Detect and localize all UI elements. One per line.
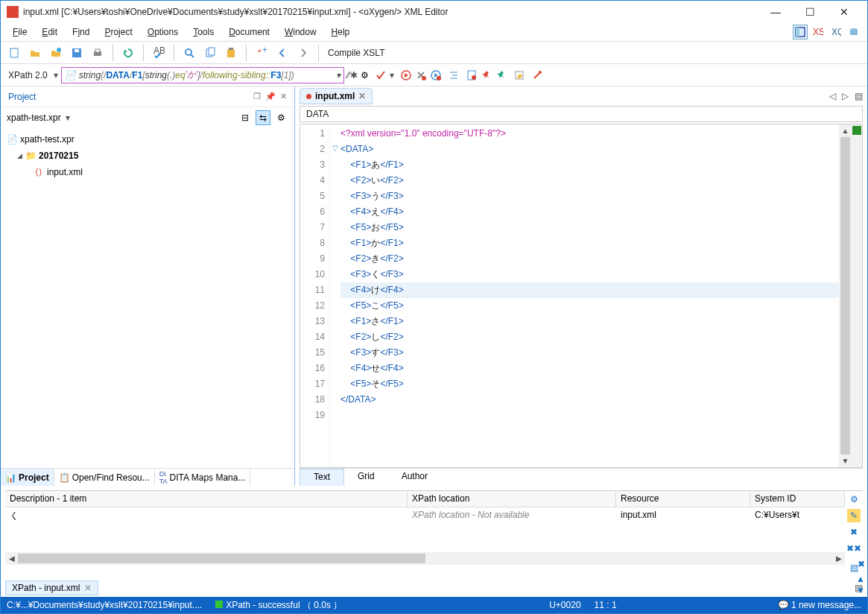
results-tab[interactable]: XPath - input.xml ✕ <box>5 580 98 595</box>
gen-doc-icon[interactable] <box>466 69 478 81</box>
indent-icon[interactable] <box>448 69 460 81</box>
tab-project[interactable]: 📊Project <box>1 469 54 486</box>
refresh-icon[interactable] <box>119 44 137 62</box>
restore-icon[interactable]: ❐ <box>253 92 261 101</box>
close-panel-icon[interactable]: ✕ <box>280 92 287 101</box>
forward-icon[interactable] <box>294 44 312 62</box>
menu-tools[interactable]: Tools <box>187 25 220 39</box>
app-icon <box>7 6 19 18</box>
print-icon[interactable] <box>89 44 107 62</box>
svg-rect-18 <box>229 48 233 50</box>
pin-red-icon[interactable] <box>481 69 492 81</box>
close-button[interactable]: ✕ <box>827 1 861 23</box>
menu-window[interactable]: Window <box>279 25 323 39</box>
col-description[interactable]: Description - 1 item <box>5 491 408 507</box>
titlebar: input.xml [C:¥Users¥toshi¥OneDrive¥Docum… <box>1 1 867 23</box>
close-tab-icon[interactable]: ✕ <box>358 91 366 101</box>
copy-icon[interactable] <box>201 44 219 62</box>
spellcheck-icon[interactable]: ABC <box>150 44 168 62</box>
link-editor-icon[interactable]: ⇆ <box>256 110 270 125</box>
back-icon[interactable] <box>273 44 291 62</box>
paste-icon[interactable] <box>222 44 240 62</box>
xpath-switch-icon[interactable]: ⁄⁄✱ <box>347 70 358 80</box>
svg-rect-11 <box>95 49 100 52</box>
editor-area: input.xml ✕ ◁ ▷ ▤ DATA 12345678910111213… <box>295 86 867 486</box>
mode-text[interactable]: Text <box>300 469 344 486</box>
maximize-button[interactable]: ☐ <box>793 1 827 23</box>
fold-column[interactable]: ▽ <box>330 124 340 467</box>
save-icon[interactable] <box>68 44 86 62</box>
tree-root[interactable]: 📄xpath-test.xpr <box>7 131 288 148</box>
perspective-xslt-icon[interactable]: XSLT <box>811 25 826 39</box>
horizontal-scrollbar[interactable]: ◀▶ <box>5 552 845 565</box>
tab-open-find[interactable]: 📋Open/Find Resou... <box>54 469 155 486</box>
results-highlight-icon[interactable]: ✎ <box>847 509 861 522</box>
xpath-settings-icon[interactable]: ⚙ <box>361 70 369 80</box>
svg-text:XSLT: XSLT <box>813 27 823 37</box>
menu-help[interactable]: Help <box>326 25 356 39</box>
next-tab-icon[interactable]: ▷ <box>842 91 849 101</box>
run-icon[interactable] <box>400 69 412 81</box>
line-gutter: 12345678910111213141516171819 <box>300 124 330 467</box>
menu-file[interactable]: File <box>7 25 33 39</box>
dropdown-icon[interactable]: ▾ <box>54 70 58 80</box>
pin-icon[interactable]: 📌 <box>265 92 276 101</box>
svg-rect-17 <box>227 49 235 57</box>
xpath-input[interactable]: 📄 string(/DATA/F1[string(.) eq 'か']/foll… <box>61 67 344 83</box>
perspective-db-icon[interactable] <box>846 25 861 39</box>
project-panel: Project ❐ 📌 ✕ xpath-test.xpr ▾ ⊟ ⇆ ⚙ 📄xp… <box>1 86 295 486</box>
validate-icon[interactable] <box>375 69 387 81</box>
menu-options[interactable]: Options <box>142 25 184 39</box>
col-sysid[interactable]: System ID <box>750 491 845 507</box>
modified-dot-icon <box>306 94 311 99</box>
mode-grid[interactable]: Grid <box>344 469 388 486</box>
vertical-scrollbar[interactable]: ▲▼ <box>839 124 852 467</box>
svg-point-29 <box>472 75 476 80</box>
add-annotation-icon[interactable]: *+ <box>253 44 270 62</box>
minimize-button[interactable]: — <box>758 1 793 23</box>
col-resource[interactable]: Resource <box>616 491 750 507</box>
tab-dita[interactable]: DITADITA Maps Mana... <box>155 469 251 486</box>
menu-document[interactable]: Document <box>223 25 276 39</box>
svg-text:+: + <box>262 47 267 55</box>
marker-column: ✖ ▲ ▼ <box>852 124 862 467</box>
code-editor[interactable]: <?xml version="1.0" encoding="UTF-8"?><D… <box>340 124 839 467</box>
results-remove-icon[interactable]: ✖ <box>847 525 861 539</box>
edit-doc-icon[interactable] <box>513 69 525 81</box>
perspective-default-icon[interactable] <box>793 25 808 39</box>
compile-xslt-button[interactable]: Compile XSLT <box>325 48 387 58</box>
open-file-icon[interactable] <box>26 44 44 62</box>
perspective-xquery-icon[interactable]: XQ <box>829 25 843 39</box>
breadcrumb[interactable]: DATA <box>300 106 863 122</box>
prev-tab-icon[interactable]: ◁ <box>829 91 836 101</box>
menu-find[interactable]: Find <box>66 25 95 39</box>
status-message[interactable]: 💬 1 new message... <box>778 600 861 610</box>
tree-file[interactable]: ⟨⟩input.xml <box>7 164 288 180</box>
search-icon[interactable] <box>180 44 198 62</box>
xpath-version-selector[interactable]: XPath 2.0 <box>5 70 51 80</box>
new-file-icon[interactable] <box>5 44 23 62</box>
project-settings-icon[interactable]: ⚙ <box>273 110 288 125</box>
results-removeall-icon[interactable]: ✖✖ <box>847 542 861 555</box>
svg-line-14 <box>191 54 194 57</box>
col-xpath[interactable]: XPath location <box>408 491 616 507</box>
results-settings-icon[interactable]: ⚙ <box>847 493 861 506</box>
transform-config-icon[interactable] <box>415 69 427 81</box>
editor-tab[interactable]: input.xml ✕ <box>300 88 373 104</box>
close-results-icon[interactable]: ✕ <box>84 583 92 593</box>
project-dropdown[interactable]: xpath-test.xpr <box>7 113 61 123</box>
menu-edit[interactable]: Edit <box>36 25 63 39</box>
svg-rect-5 <box>850 30 858 35</box>
tree-folder[interactable]: ◢📁20170215 <box>7 148 288 164</box>
svg-rect-6 <box>10 48 18 57</box>
menu-project[interactable]: Project <box>98 25 138 39</box>
wand-icon[interactable] <box>531 69 543 81</box>
result-row[interactable]: く XPath location - Not available input.x… <box>5 507 845 524</box>
status-path: C:¥...¥Documents¥study¥xslt¥20170215¥inp… <box>7 600 202 610</box>
debug-icon[interactable] <box>430 69 442 81</box>
tab-list-icon[interactable]: ▤ <box>855 91 863 101</box>
pin-green-icon[interactable] <box>495 69 507 81</box>
collapse-icon[interactable]: ⊟ <box>238 110 253 125</box>
mode-author[interactable]: Author <box>388 469 441 486</box>
open-url-icon[interactable] <box>47 44 65 62</box>
